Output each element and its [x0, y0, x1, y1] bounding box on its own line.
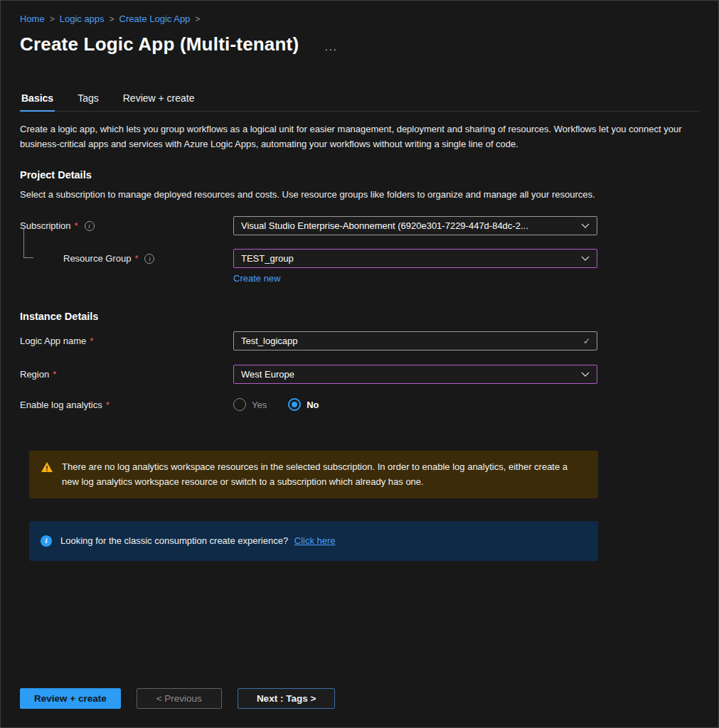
subscription-dropdown[interactable]: Visual Studio Enterprise-Abonnement (692…: [233, 216, 597, 235]
logic-app-name-field: ✓: [233, 331, 597, 350]
required-asterisk: *: [90, 336, 93, 346]
enable-log-analytics-radio-group: Yes No: [233, 398, 597, 411]
resource-group-dropdown[interactable]: TEST_group: [233, 249, 597, 268]
required-asterisk: *: [134, 253, 138, 264]
required-asterisk: *: [106, 400, 110, 410]
resource-group-row: Resource Group * i TEST_group: [20, 249, 699, 268]
enable-log-analytics-row: Enable log analytics * Yes No: [20, 398, 699, 411]
radio-yes-label: Yes: [252, 400, 267, 410]
region-value: West Europe: [241, 369, 294, 380]
info-banner-text: Looking for the classic consumption crea…: [60, 535, 288, 546]
resource-group-value: TEST_group: [241, 253, 294, 264]
breadcrumb-logic-apps[interactable]: Logic apps: [60, 14, 105, 24]
tab-review-create[interactable]: Review + create: [122, 92, 196, 112]
tab-tags[interactable]: Tags: [76, 92, 100, 112]
next-tags-button[interactable]: Next : Tags >: [238, 688, 335, 709]
breadcrumb-separator: >: [195, 14, 200, 24]
previous-button[interactable]: < Previous: [137, 688, 222, 709]
enable-log-analytics-label-cell: Enable log analytics *: [20, 400, 233, 410]
warning-banner-text: There are no log analytics workspace res…: [62, 460, 587, 488]
subscription-row: Subscription * i Visual Studio Enterpris…: [20, 216, 699, 235]
logic-app-name-input[interactable]: [234, 332, 597, 350]
warning-banner: There are no log analytics workspace res…: [29, 451, 598, 498]
radio-unchecked-icon: [233, 398, 246, 411]
radio-no[interactable]: No: [288, 398, 319, 411]
resource-group-label: Resource Group: [63, 253, 131, 264]
subscription-label-cell: Subscription * i: [20, 220, 233, 231]
info-banner: i Looking for the classic consumption cr…: [29, 521, 598, 561]
create-new-link[interactable]: Create new: [233, 273, 280, 284]
region-label-cell: Region *: [20, 369, 233, 380]
info-icon[interactable]: i: [144, 254, 154, 264]
warning-triangle-icon: [41, 461, 53, 488]
radio-no-label: No: [307, 400, 319, 410]
region-dropdown[interactable]: West Europe: [233, 365, 597, 384]
subscription-value: Visual Studio Enterprise-Abonnement (692…: [241, 220, 528, 231]
logic-app-name-label: Logic App name: [20, 336, 86, 346]
valid-checkmark-icon: ✓: [583, 336, 590, 346]
region-row: Region * West Europe: [20, 365, 699, 384]
breadcrumb-create-logic-app[interactable]: Create Logic App: [119, 14, 191, 24]
tab-basics[interactable]: Basics: [20, 92, 55, 112]
instance-details-heading: Instance Details: [20, 311, 699, 322]
info-banner-content: Looking for the classic consumption crea…: [60, 534, 336, 548]
more-options-button[interactable]: ···: [324, 34, 337, 55]
subscription-control: Visual Studio Enterprise-Abonnement (692…: [233, 216, 597, 235]
chevron-down-icon: [581, 256, 590, 261]
breadcrumb-separator: >: [50, 14, 55, 24]
info-circle-icon: i: [41, 535, 52, 547]
radio-yes[interactable]: Yes: [233, 398, 267, 411]
region-control: West Europe: [233, 365, 597, 384]
footer-action-bar: Review + create < Previous Next : Tags >: [20, 688, 699, 709]
click-here-link[interactable]: Click here: [294, 534, 336, 548]
title-row: Create Logic App (Multi-tenant) ···: [20, 33, 699, 55]
required-asterisk: *: [53, 369, 56, 380]
chevron-down-icon: [581, 223, 590, 228]
enable-log-analytics-label: Enable log analytics: [20, 400, 102, 410]
resource-group-label-cell: Resource Group * i: [20, 253, 233, 264]
chevron-down-icon: [581, 372, 590, 377]
resource-group-control: TEST_group: [233, 249, 597, 268]
breadcrumb-separator: >: [110, 14, 114, 24]
project-details-description: Select a subscription to manage deployed…: [20, 188, 699, 203]
radio-checked-icon: [288, 398, 301, 411]
create-new-row: Create new: [233, 273, 699, 284]
page-title: Create Logic App (Multi-tenant): [20, 33, 299, 55]
tab-bar: Basics Tags Review + create: [20, 92, 699, 112]
breadcrumb-home[interactable]: Home: [20, 14, 45, 24]
logic-app-name-control: ✓: [233, 331, 597, 350]
intro-text: Create a logic app, which lets you group…: [20, 122, 699, 152]
create-logic-app-page: Home > Logic apps > Create Logic App > C…: [0, 0, 719, 728]
logic-app-name-row: Logic App name * ✓: [20, 331, 699, 350]
logic-app-name-label-cell: Logic App name *: [20, 336, 233, 346]
required-asterisk: *: [75, 220, 78, 231]
hierarchy-connector-line: [23, 229, 33, 258]
project-details-heading: Project Details: [20, 169, 699, 181]
review-create-button[interactable]: Review + create: [20, 688, 121, 709]
breadcrumb: Home > Logic apps > Create Logic App >: [20, 14, 699, 24]
region-label: Region: [20, 369, 49, 380]
info-icon[interactable]: i: [85, 221, 95, 231]
